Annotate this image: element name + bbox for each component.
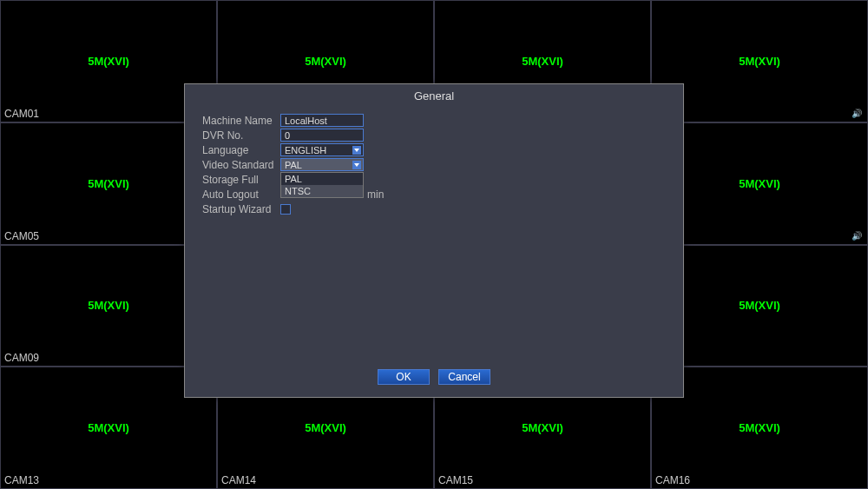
- storage-full-label: Storage Full: [202, 174, 280, 186]
- camera-name: CAM09: [4, 352, 39, 364]
- auto-logout-label: Auto Logout: [202, 188, 280, 201]
- resolution-label: 5M(XVI): [88, 55, 129, 68]
- machine-name-label: Machine Name: [202, 115, 280, 127]
- camera-name: CAM15: [438, 474, 473, 486]
- resolution-label: 5M(XVI): [88, 299, 129, 312]
- resolution-label: 5M(XVI): [522, 55, 563, 68]
- machine-name-input[interactable]: [280, 114, 364, 127]
- resolution-label: 5M(XVI): [739, 421, 780, 434]
- dialog-buttons: OK Cancel: [185, 360, 683, 397]
- resolution-label: 5M(XVI): [739, 299, 780, 312]
- ok-button[interactable]: OK: [378, 369, 430, 385]
- language-value: ENGLISH: [285, 145, 326, 155]
- video-standard-label: Video Standard: [202, 159, 280, 171]
- language-select[interactable]: ENGLISH: [280, 143, 364, 156]
- video-standard-value: PAL: [285, 160, 302, 170]
- resolution-label: 5M(XVI): [739, 55, 780, 68]
- video-standard-select[interactable]: PAL: [280, 158, 364, 171]
- startup-wizard-checkbox[interactable]: [280, 204, 291, 215]
- dvr-no-label: DVR No.: [202, 129, 280, 142]
- resolution-label: 5M(XVI): [88, 177, 129, 190]
- dvr-no-input[interactable]: [280, 129, 364, 142]
- camera-name: CAM13: [4, 474, 39, 486]
- audio-icon: 🔊: [852, 231, 862, 241]
- camera-name: CAM14: [221, 474, 256, 486]
- dialog-body: Machine Name DVR No. Language ENGLISH Vi…: [185, 108, 683, 360]
- resolution-label: 5M(XVI): [305, 55, 346, 68]
- audio-icon: 🔊: [852, 109, 862, 118]
- resolution-label: 5M(XVI): [305, 421, 346, 434]
- camera-name: CAM01: [4, 108, 39, 120]
- startup-wizard-label: Startup Wizard: [202, 203, 280, 215]
- dropdown-option-ntsc[interactable]: NTSC: [281, 185, 363, 197]
- resolution-label: 5M(XVI): [739, 177, 780, 190]
- general-settings-dialog: General Machine Name DVR No. Language EN…: [184, 83, 684, 398]
- dropdown-option-pal[interactable]: PAL: [281, 173, 363, 185]
- camera-name: CAM05: [4, 230, 39, 242]
- language-label: Language: [202, 144, 280, 156]
- camera-name: CAM16: [655, 474, 690, 486]
- chevron-down-icon: [352, 146, 361, 155]
- resolution-label: 5M(XVI): [88, 421, 129, 434]
- auto-logout-unit: min: [367, 188, 384, 201]
- cancel-button[interactable]: Cancel: [438, 369, 490, 385]
- video-standard-dropdown: PAL NTSC: [280, 172, 364, 198]
- chevron-down-icon: [352, 161, 361, 169]
- resolution-label: 5M(XVI): [522, 421, 563, 434]
- dialog-title: General: [185, 84, 683, 108]
